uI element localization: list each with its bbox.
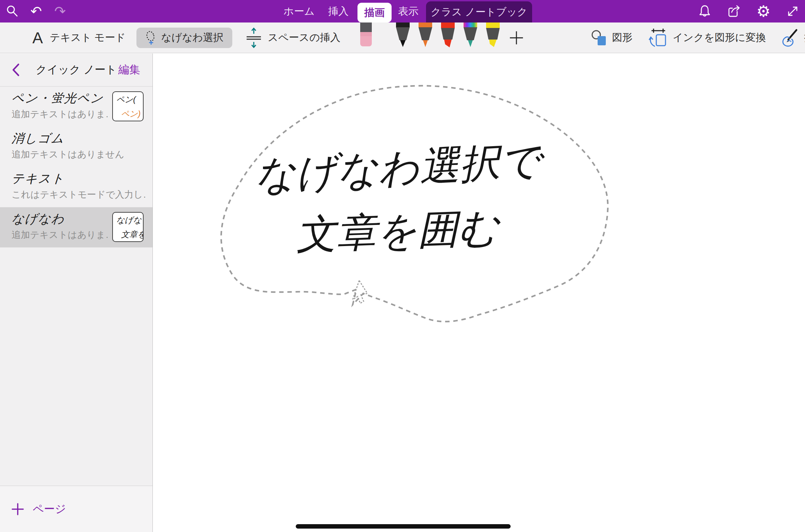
eraser-tool[interactable]: [360, 22, 372, 48]
top-app-bar: ↶ ↷ ホーム 挿入 描画 表示 クラス ノートブック: [0, 0, 805, 22]
topbar-right-actions: ⚙: [697, 0, 800, 22]
text-mode-letter-icon: A: [32, 29, 43, 47]
lasso-select-button[interactable]: なげなわ選択: [136, 28, 232, 48]
page-subtitle: これはテキストモードで入力し…: [12, 188, 146, 201]
page-item-text: テキスト これはテキストモードで入力し…: [12, 171, 146, 207]
tab-draw-active[interactable]: 描画: [357, 3, 392, 22]
thumbnail-ink-line: 文章を: [121, 229, 143, 240]
notifications-button[interactable]: [697, 4, 712, 19]
page-list-item[interactable]: 消しゴム 追加テキストはありません: [0, 127, 152, 167]
home-indicator-bar[interactable]: [296, 524, 511, 529]
shapes-label: 図形: [612, 31, 632, 45]
share-icon: [727, 4, 741, 18]
thumbnail-ink-line: ペン): [121, 108, 143, 119]
tab-view[interactable]: 表示: [398, 0, 419, 22]
sidebar-header: クイック ノート 編集: [0, 54, 152, 87]
note-drawing-canvas[interactable]: なげなわ選択で 文章を囲む: [153, 54, 805, 532]
lasso-icon: [145, 30, 156, 46]
page-title-handwritten: ペン・蛍光ペン: [11, 91, 110, 105]
page-list-item-selected[interactable]: なげなわ 追加テキストはありま… なげな 文章を: [0, 207, 152, 247]
page-title-handwritten: 消しゴム: [11, 131, 146, 146]
handwritten-ink-line1: なげなわ選択で: [253, 138, 546, 198]
page-title-handwritten: なげなわ: [11, 211, 110, 226]
handwritten-ink-line2: 文章を囲む: [295, 205, 502, 257]
tab-insert[interactable]: 挿入: [328, 0, 349, 22]
lasso-cursor-arrow: [353, 280, 367, 303]
draw-mode-button[interactable]: 描画モード: [781, 29, 805, 47]
ink-to-shape-label: インクを図形に変換: [673, 31, 766, 45]
expand-icon: [786, 4, 800, 18]
page-list-sidebar: クイック ノート 編集 ペン・蛍光ペン 追加テキストはありま… ペン( ペン) …: [0, 54, 153, 532]
black-pen[interactable]: [395, 22, 411, 48]
add-pen-button[interactable]: [509, 30, 524, 45]
draw-ribbon-toolbar: A テキスト モード なげなわ選択 スペースの挿入: [0, 22, 805, 53]
page-item-text: ペン・蛍光ペン 追加テキストはありま…: [12, 91, 109, 127]
onenote-app-window: ↶ ↷ ホーム 挿入 描画 表示 クラス ノートブック: [0, 0, 805, 532]
page-list-item[interactable]: テキスト これはテキストモードで入力し…: [0, 167, 152, 207]
sidebar-footer: ページ: [0, 486, 152, 532]
page-subtitle: 追加テキストはありません: [12, 148, 146, 161]
add-page-label: ページ: [33, 502, 66, 517]
insert-space-label: スペースの挿入: [268, 31, 340, 45]
ink-to-shape-icon: [648, 28, 667, 48]
fullscreen-button[interactable]: [785, 4, 800, 19]
settings-button[interactable]: ⚙: [756, 4, 771, 19]
shapes-icon: [591, 30, 607, 46]
ink-to-shape-button[interactable]: インクを図形に変換: [648, 28, 766, 48]
ink-layer: なげなわ選択で 文章を囲む: [153, 54, 805, 532]
bell-icon: [698, 4, 712, 18]
chevron-left-icon: [12, 63, 20, 77]
shapes-button[interactable]: 図形: [591, 30, 632, 46]
lasso-select-label: なげなわ選択: [161, 31, 223, 45]
draw-mode-hand-icon: [781, 29, 799, 47]
plus-icon: [509, 30, 524, 46]
tab-home[interactable]: ホーム: [283, 0, 314, 22]
thumbnail-ink-line: なげな: [116, 215, 143, 226]
ribbon-tabs: ホーム 挿入 描画 表示 クラス ノートブック: [0, 0, 805, 22]
insert-space-icon: [245, 28, 263, 48]
eraser-icon: [360, 22, 372, 47]
page-thumbnail: ペン( ペン): [112, 91, 144, 121]
yellow-highlighter[interactable]: [485, 22, 501, 48]
orange-pen[interactable]: [418, 22, 433, 48]
page-item-text: 消しゴム 追加テキストはありません: [12, 131, 146, 167]
gear-icon: ⚙: [756, 3, 770, 19]
page-subtitle: 追加テキストはありま…: [12, 108, 109, 120]
pen-tray: [395, 22, 501, 48]
edit-button[interactable]: 編集: [118, 62, 140, 77]
tab-class-notebook[interactable]: クラス ノートブック: [426, 1, 532, 22]
lasso-selection-stroke: [221, 86, 608, 322]
insert-space-button[interactable]: スペースの挿入: [245, 28, 340, 48]
back-button[interactable]: [12, 63, 20, 78]
red-highlighter[interactable]: [440, 22, 456, 48]
page-thumbnail: なげな 文章を: [112, 212, 144, 242]
page-item-text: なげなわ 追加テキストはありま…: [12, 211, 109, 247]
text-mode-button[interactable]: テキスト モード: [50, 31, 126, 45]
thumbnail-ink-line: ペン(: [116, 94, 143, 105]
page-title-handwritten: テキスト: [11, 171, 146, 186]
page-list-item[interactable]: ペン・蛍光ペン 追加テキストはありま… ペン( ペン): [0, 87, 152, 127]
share-button[interactable]: [727, 4, 742, 19]
page-subtitle: 追加テキストはありま…: [12, 229, 109, 241]
plus-icon: [12, 503, 24, 515]
add-page-button[interactable]: ページ: [12, 502, 66, 517]
rainbow-pen[interactable]: [463, 22, 478, 48]
